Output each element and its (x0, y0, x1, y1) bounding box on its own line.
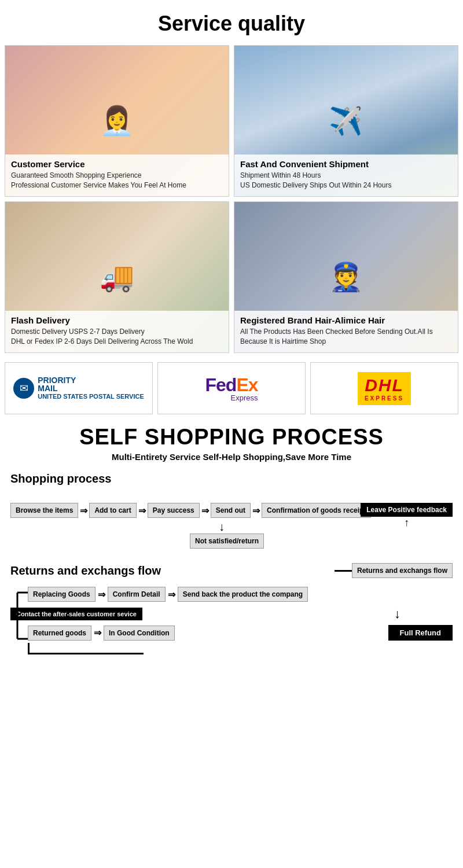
page-title: Service quality (0, 0, 463, 45)
dhl-logo: DHL EXPRESS (310, 362, 458, 414)
feedback-tag: Leave Positive feedback (361, 503, 453, 517)
fedex-ex: Ex (236, 374, 258, 395)
self-shopping-section: SELF SHOPPING PROCESS Multi-Entirety Ser… (0, 414, 463, 666)
card-customer-caption: Customer Service Guaranteed Smooth Shopp… (5, 155, 229, 196)
card-delivery-title: Flash Delivery (11, 315, 223, 325)
flow-diagram: Leave Positive feedback ↑ Browse the ite… (10, 503, 453, 555)
usps-logo: ✉ PRIORITY MAIL UNITED STATES POSTAL SER… (5, 362, 153, 414)
full-refund-area: Full Refund (388, 625, 453, 641)
card-brand-title: Registered Brand Hair-Alimice Hair (240, 315, 452, 325)
fedex-fed: Fed (205, 374, 236, 395)
usps-mail: MAIL (38, 384, 144, 392)
shopping-process-label: Shopping process (10, 472, 453, 486)
card-brand: 👮 Registered Brand Hair-Alimice Hair All… (234, 201, 458, 353)
card-shipment: ✈️ Fast And Convenient Shipment Shipment… (234, 45, 458, 197)
card-delivery-body: Domestic Delivery USPS 2-7 Days Delivery… (11, 327, 223, 347)
usps-priority: PRIORITY (38, 376, 144, 384)
card-customer: 👩‍💼 Customer Service Guaranteed Smooth S… (5, 45, 229, 197)
card-customer-body: Guaranteed Smooth Shopping ExperiencePro… (11, 171, 223, 190)
bottom-bracket-line (28, 643, 144, 654)
replacing-goods: Replacing Goods (28, 587, 95, 602)
arrow-4: ⇒ (252, 505, 260, 516)
returns-flow-box: Returns and exchangs flow (352, 563, 453, 578)
step-pay: Pay success (148, 503, 200, 518)
send-back: Send back the product the compang (178, 587, 308, 602)
step-cart: Add to cart (89, 503, 136, 518)
contact-row: Contact the after-sales customer sevice … (10, 606, 453, 621)
arrow-r3: ⇒ (94, 627, 101, 638)
fedex-logo: FedEx Express (157, 362, 306, 414)
card-shipment-title: Fast And Convenient Shipment (240, 159, 452, 169)
arrow-r2: ⇒ (168, 589, 175, 600)
step-browse: Browse the items (10, 503, 78, 518)
returned-row: Returned goods ⇒ In Good Condition Full … (28, 625, 453, 641)
replacing-row: Replacing Goods ⇒ Confirm Detail ⇒ Send … (28, 587, 453, 602)
dhl-box: DHL EXPRESS (358, 372, 411, 405)
step-sendout: Send out (211, 503, 251, 518)
good-condition: In Good Condition (104, 626, 175, 641)
returns-flow-connector: Returns and exchangs flow (335, 563, 453, 578)
arrow-1: ⇒ (80, 505, 87, 516)
card-customer-title: Customer Service (11, 159, 223, 169)
shopping-process-area: Shopping process Leave Positive feedback… (6, 472, 457, 581)
connector-line (335, 570, 352, 572)
down-arrow-sendout: ↓ (190, 520, 225, 534)
contact-box: Contact the after-sales customer sevice (10, 608, 142, 620)
step-confirm: Confirmation of goods receipt (262, 503, 371, 518)
returns-label: Returns and exchangs flow (10, 564, 161, 578)
full-refund-box: Full Refund (388, 625, 453, 641)
usps-full-name: UNITED STATES POSTAL SERVICE (38, 392, 144, 400)
returns-label-area: Returns and exchangs flow (10, 558, 161, 581)
dhl-express: EXPRESS (365, 395, 404, 402)
self-shopping-subtitle: Multi-Entirety Service Self-Help Shoppin… (6, 452, 457, 462)
self-shopping-title: SELF SHOPPING PROCESS (6, 425, 457, 450)
card-delivery-caption: Flash Delivery Domestic Delivery USPS 2-… (5, 311, 229, 352)
card-shipment-body: Shipment Within 48 HoursUS Domestic Deli… (240, 171, 452, 190)
card-brand-caption: Registered Brand Hair-Alimice Hair All T… (234, 311, 458, 352)
down-arrow-refund: ↓ (394, 606, 400, 621)
arrow-2: ⇒ (138, 505, 146, 516)
returns-section: Returns and exchangs flow Returns and ex… (10, 558, 453, 581)
logos-row: ✉ PRIORITY MAIL UNITED STATES POSTAL SER… (0, 358, 463, 414)
arrow-3: ⇒ (201, 505, 209, 516)
service-cards: 👩‍💼 Customer Service Guaranteed Smooth S… (0, 45, 463, 358)
card-brand-body: All The Products Has Been Checked Before… (240, 327, 452, 347)
arrow-r1: ⇒ (98, 589, 105, 600)
not-satisfied-box: Not satisfied/return (190, 534, 264, 549)
up-arrow: ↑ (361, 517, 453, 529)
feedback-area: Leave Positive feedback ↑ (361, 503, 453, 529)
card-shipment-caption: Fast And Convenient Shipment Shipment Wi… (234, 155, 458, 196)
returned-goods: Returned goods (28, 626, 91, 641)
card-delivery: 🚚 Flash Delivery Domestic Delivery USPS … (5, 201, 229, 353)
bottom-bracket (28, 643, 453, 654)
confirm-detail: Confirm Detail (108, 587, 166, 602)
dhl-text: DHL (365, 376, 404, 395)
bottom-process: Replacing Goods ⇒ Confirm Detail ⇒ Send … (6, 581, 457, 666)
